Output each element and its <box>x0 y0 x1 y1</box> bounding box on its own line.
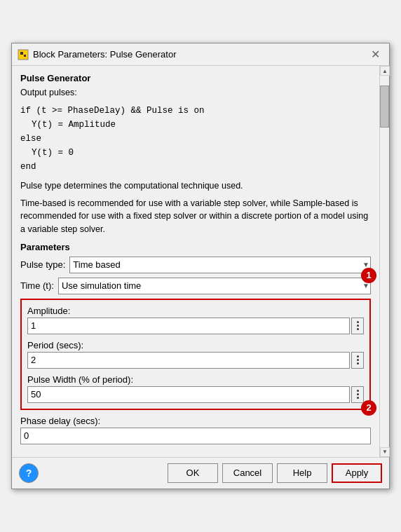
scroll-up-arrow[interactable]: ▲ <box>380 66 390 76</box>
time-t-select[interactable]: Use simulation time Use external signal <box>58 278 371 294</box>
amplitude-input[interactable] <box>27 318 350 334</box>
time-t-select-wrapper[interactable]: Use simulation time Use external signal … <box>58 278 371 294</box>
code-line-1: if (t >= PhaseDelay) && Pulse is on <box>20 104 371 118</box>
amplitude-label: Amplitude: <box>27 306 364 316</box>
desc-text-1: Pulse type determines the computational … <box>20 179 371 193</box>
code-line-2: Y(t) = Amplitude <box>20 118 371 132</box>
dot5 <box>357 359 359 361</box>
phase-delay-label: Phase delay (secs): <box>20 416 371 426</box>
code-line-4: Y(t) = 0 <box>20 146 371 160</box>
block-icon <box>18 49 29 60</box>
desc-text-2: Time-based is recommended for use with a… <box>20 197 371 236</box>
amplitude-input-row <box>27 318 364 334</box>
dialog-window: Block Parameters: Pulse Generator ✕ Puls… <box>11 43 390 489</box>
svg-rect-1 <box>20 52 23 55</box>
dot9 <box>357 397 359 399</box>
code-block: if (t >= PhaseDelay) && Pulse is on Y(t)… <box>20 104 371 174</box>
params-label: Parameters <box>20 242 371 252</box>
time-t-label: Time (t): <box>20 280 54 291</box>
scroll-down-arrow[interactable]: ▼ <box>380 447 390 457</box>
badge-2: 2 <box>361 400 376 416</box>
block-name: Pulse Generator <box>20 73 371 83</box>
phase-delay-input[interactable] <box>20 428 371 444</box>
pulse-width-group: Pulse Width (% of period): <box>27 374 364 403</box>
pulse-width-label: Pulse Width (% of period): <box>27 374 364 385</box>
help-icon-button[interactable]: ? <box>19 463 39 483</box>
bottom-buttons: OK Cancel Help Apply <box>168 463 382 483</box>
main-scroll-content: Pulse Generator Output pulses: if (t >= … <box>12 66 379 457</box>
scrollbar-thumb[interactable] <box>380 86 389 128</box>
dot7 <box>357 390 359 392</box>
period-group: Period (secs): <box>27 340 364 369</box>
svg-rect-2 <box>24 55 26 57</box>
close-button[interactable]: ✕ <box>367 46 383 63</box>
bottom-bar: ? OK Cancel Help Apply <box>12 457 389 489</box>
pulse-width-input[interactable] <box>27 386 350 403</box>
dot1 <box>357 321 359 323</box>
help-button[interactable]: Help <box>277 463 327 483</box>
dot6 <box>357 362 359 364</box>
dot2 <box>357 325 359 327</box>
dot3 <box>357 328 359 330</box>
dot4 <box>357 355 359 357</box>
highlighted-box: Amplitude: Period (secs): <box>20 299 371 410</box>
highlighted-fields-wrapper: Amplitude: Period (secs): <box>20 299 371 410</box>
apply-button[interactable]: Apply <box>332 463 382 483</box>
pulse-type-label: Pulse type: <box>20 259 65 270</box>
pulse-width-input-row <box>27 386 364 403</box>
scrollbar[interactable]: ▲ ▼ <box>379 66 389 457</box>
amplitude-menu-button[interactable] <box>351 318 364 334</box>
phase-delay-input-row <box>20 428 371 444</box>
code-line-3: else <box>20 132 371 146</box>
dot8 <box>357 393 359 395</box>
pulse-type-select[interactable]: Time based Sample based <box>69 257 371 273</box>
title-bar: Block Parameters: Pulse Generator ✕ <box>12 43 389 66</box>
selects-section: Pulse type: Time based Sample based ▼ Ti… <box>20 257 371 294</box>
pulse-width-menu-button[interactable] <box>351 386 364 403</box>
output-pulses-label: Output pulses: <box>20 86 371 100</box>
period-label: Period (secs): <box>27 340 364 350</box>
content-area: Pulse Generator Output pulses: if (t >= … <box>12 66 389 457</box>
badge-1: 1 <box>361 268 376 283</box>
cancel-button[interactable]: Cancel <box>222 463 273 483</box>
amplitude-group: Amplitude: <box>27 306 364 334</box>
ok-button[interactable]: OK <box>168 463 218 483</box>
period-input[interactable] <box>27 352 350 369</box>
pulse-type-select-wrapper[interactable]: Time based Sample based ▼ <box>69 257 371 273</box>
phase-delay-group: Phase delay (secs): <box>20 416 371 444</box>
pulse-type-row: Pulse type: Time based Sample based ▼ <box>20 257 371 273</box>
code-line-5: end <box>20 160 371 174</box>
dialog-title: Block Parameters: Pulse Generator <box>33 49 176 60</box>
time-t-row: Time (t): Use simulation time Use extern… <box>20 278 371 294</box>
period-input-row <box>27 352 364 369</box>
period-menu-button[interactable] <box>351 352 364 369</box>
